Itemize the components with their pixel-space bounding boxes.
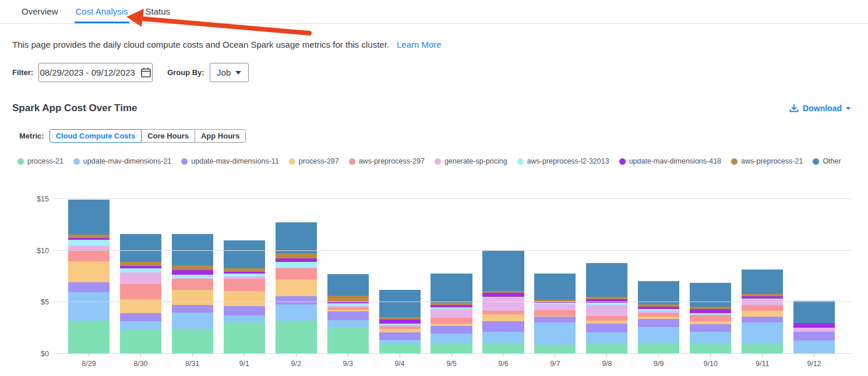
bar-segment[interactable]: [379, 320, 421, 324]
bar-segment[interactable]: [327, 328, 369, 354]
bar-segment[interactable]: [431, 334, 472, 343]
bar-segment[interactable]: [120, 268, 161, 273]
bar-segment[interactable]: [793, 340, 835, 354]
bar-segment[interactable]: [638, 319, 679, 327]
bar-segment[interactable]: [327, 296, 369, 302]
bar-segment[interactable]: [793, 332, 835, 340]
legend-item[interactable]: update-mav-dimensions-418: [619, 157, 721, 165]
bar-segment[interactable]: [224, 279, 265, 291]
bar-segment[interactable]: [431, 326, 472, 333]
legend-item[interactable]: update-mav-dimensions-11: [181, 157, 279, 165]
tab-status[interactable]: Status: [144, 6, 172, 23]
bar-segment[interactable]: [742, 322, 783, 343]
bar-segment[interactable]: [224, 306, 265, 315]
legend-item[interactable]: update-mav-dimensions-21: [73, 157, 171, 165]
bar-segment[interactable]: [276, 268, 317, 279]
stacked-bar-9-4[interactable]: [379, 199, 421, 354]
bar-segment[interactable]: [276, 321, 317, 354]
stacked-bar-9-10[interactable]: [690, 199, 731, 354]
bar-segment[interactable]: [68, 240, 110, 245]
bar-segment[interactable]: [431, 318, 472, 324]
bar-segment[interactable]: [68, 250, 110, 261]
bar-segment[interactable]: [431, 274, 472, 303]
bar-segment[interactable]: [379, 332, 421, 340]
bar-segment[interactable]: [534, 310, 576, 316]
bar-segment[interactable]: [482, 321, 524, 332]
stacked-bar-8-31[interactable]: [172, 199, 213, 354]
bar-segment[interactable]: [120, 321, 161, 330]
bar-segment[interactable]: [431, 343, 472, 354]
bar-segment[interactable]: [276, 304, 317, 320]
bar-segment[interactable]: [120, 272, 161, 284]
bar-segment[interactable]: [638, 343, 679, 354]
learn-more-link[interactable]: Learn More: [397, 40, 442, 49]
bar-segment[interactable]: [120, 262, 161, 267]
bar-segment[interactable]: [586, 316, 627, 321]
legend-item[interactable]: process-297: [289, 157, 339, 165]
bar-segment[interactable]: [482, 314, 524, 321]
legend-item[interactable]: Other: [813, 157, 841, 165]
bar-segment[interactable]: [534, 322, 576, 345]
bar-segment[interactable]: [586, 332, 627, 344]
bar-segment[interactable]: [742, 300, 783, 305]
bar-segment[interactable]: [379, 344, 421, 354]
metric-button-app-hours[interactable]: App Hours: [195, 129, 246, 143]
metric-button-cloud-compute-costs[interactable]: Cloud Compute Costs: [50, 129, 142, 143]
legend-item[interactable]: process-21: [17, 157, 63, 165]
date-range-picker[interactable]: 08/29/2023 - 09/12/2023: [38, 63, 153, 82]
stacked-bar-9-7[interactable]: [534, 199, 576, 354]
bar-segment[interactable]: [482, 343, 524, 354]
stacked-bar-9-1[interactable]: [224, 199, 265, 354]
bar-segment[interactable]: [482, 298, 524, 311]
bar-segment[interactable]: [379, 290, 421, 317]
bar-segment[interactable]: [224, 240, 265, 268]
stacked-bar-8-30[interactable]: [120, 199, 161, 354]
bar-segment[interactable]: [690, 343, 731, 354]
legend-item[interactable]: aws-preprocess-l2-32013: [517, 157, 609, 165]
bar-segment[interactable]: [742, 305, 783, 311]
bar-segment[interactable]: [120, 330, 161, 354]
bar-segment[interactable]: [172, 290, 213, 304]
bar-segment[interactable]: [68, 321, 110, 354]
stacked-bar-9-11[interactable]: [742, 199, 783, 354]
bar-segment[interactable]: [638, 281, 679, 304]
bar-segment[interactable]: [482, 311, 524, 315]
stacked-bar-9-6[interactable]: [482, 199, 524, 354]
bar-segment[interactable]: [690, 332, 731, 343]
bar-segment[interactable]: [120, 284, 161, 299]
bar-segment[interactable]: [172, 329, 213, 354]
bar-segment[interactable]: [638, 327, 679, 343]
bar-segment[interactable]: [586, 305, 627, 316]
bar-segment[interactable]: [68, 292, 110, 321]
stacked-bar-9-2[interactable]: [276, 199, 317, 354]
bar-segment[interactable]: [690, 315, 731, 321]
bar-segment[interactable]: [224, 315, 265, 322]
bar-segment[interactable]: [534, 317, 576, 322]
bar-segment[interactable]: [276, 296, 317, 304]
legend-item[interactable]: aws-preprocess-21: [731, 157, 803, 165]
bar-segment[interactable]: [327, 274, 369, 296]
metric-button-core-hours[interactable]: Core Hours: [141, 129, 195, 143]
bar-segment[interactable]: [68, 246, 110, 250]
bar-segment[interactable]: [276, 222, 317, 253]
bar-segment[interactable]: [172, 270, 213, 275]
bar-segment[interactable]: [224, 322, 265, 354]
bar-segment[interactable]: [690, 283, 731, 307]
bar-segment[interactable]: [742, 343, 783, 354]
bar-segment[interactable]: [586, 344, 627, 354]
bar-segment[interactable]: [276, 279, 317, 296]
bar-segment[interactable]: [68, 261, 110, 282]
bar-segment[interactable]: [68, 282, 110, 292]
bar-segment[interactable]: [742, 269, 783, 294]
legend-item[interactable]: aws-preprocess-297: [349, 157, 425, 165]
bar-segment[interactable]: [586, 324, 627, 332]
bar-segment[interactable]: [327, 311, 369, 321]
bar-segment[interactable]: [224, 268, 265, 272]
bar-segment[interactable]: [586, 263, 627, 297]
bar-segment[interactable]: [68, 200, 110, 235]
bar-segment[interactable]: [120, 234, 161, 261]
bar-segment[interactable]: [742, 317, 783, 323]
bar-segment[interactable]: [534, 304, 576, 310]
tab-overview[interactable]: Overview: [20, 6, 59, 23]
bar-segment[interactable]: [224, 291, 265, 306]
